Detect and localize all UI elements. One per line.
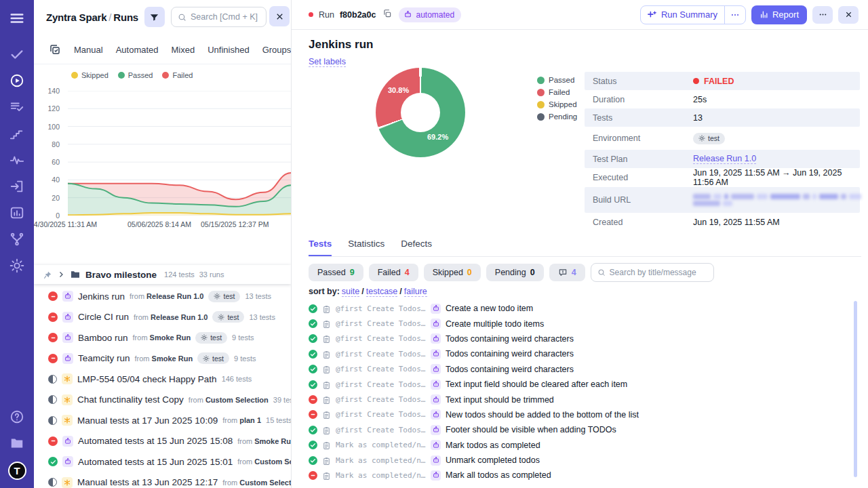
runs-search[interactable] (171, 7, 267, 27)
legend-item: Failed (162, 71, 193, 79)
app: T Zyntra Spark/Runs ManualAutomatedMixed… (0, 0, 868, 488)
group-name: Bravo milestone (85, 270, 157, 280)
filter-button[interactable] (144, 7, 165, 27)
tab-unfinished[interactable]: Unfinished (208, 45, 249, 55)
tab-statistics[interactable]: Statistics (348, 239, 384, 256)
sidebar-item-fork-icon[interactable] (9, 232, 24, 247)
tab-tests[interactable]: Tests (309, 239, 332, 256)
sidebar-item-list-check-icon[interactable] (9, 100, 24, 115)
tab-automated[interactable]: Automated (116, 45, 159, 55)
sidebar-item-check-icon[interactable] (9, 47, 24, 62)
area-plot (68, 91, 292, 216)
tab-groups[interactable]: Groups (262, 45, 292, 55)
test-list-item[interactable]: Mark as completed/n…Mark todos as comple… (309, 438, 848, 453)
run-list-item[interactable]: Automated tests at 15 Jun 2025 15:01from… (34, 451, 291, 472)
sidebar-item-sign-in-icon[interactable] (9, 179, 24, 194)
tab-mixed[interactable]: Mixed (172, 45, 195, 55)
failed-icon (309, 395, 317, 404)
run-list-item[interactable]: Jenkins runfrom Release Run 1.0test13 te… (34, 286, 291, 307)
test-list-item[interactable]: @first Create Todos…Todos containing wei… (309, 362, 848, 377)
tab-manual[interactable]: Manual (74, 45, 103, 55)
run-summary-more-button[interactable] (725, 10, 745, 20)
run-group-row[interactable]: Bravo milestone 124 tests 33 runs (34, 265, 291, 284)
select-all-icon[interactable] (49, 43, 61, 56)
filter-failed[interactable]: Failed 4 (369, 264, 418, 281)
test-list-item[interactable]: @first Create Todos…Text input should be… (309, 392, 848, 407)
run-title: Teamcity run (78, 353, 130, 363)
y-tick-label: 60 (52, 158, 60, 166)
sort-by-testcase[interactable]: testcase (366, 287, 398, 297)
test-list-item[interactable]: @first Create Todos…Text input field sho… (309, 377, 848, 392)
sidebar-item-folder-icon[interactable] (9, 436, 24, 451)
close-detail-button[interactable] (838, 6, 859, 24)
sidebar-item-pulse-icon[interactable] (9, 152, 24, 167)
in-progress-icon (48, 375, 57, 384)
test-plan-link[interactable]: Release Run 1.0 (693, 154, 756, 164)
run-from: from Custom Selection (222, 479, 291, 487)
sidebar-item-help-icon[interactable] (9, 409, 24, 424)
runs-list: Jenkins runfrom Release Run 1.0test13 te… (34, 286, 291, 488)
test-list-item[interactable]: @first Create Todos…Create multiple todo… (309, 316, 848, 331)
donut-legend-item: Passed (537, 76, 577, 84)
filter-comments[interactable]: 4 (549, 264, 585, 281)
filter-skipped[interactable]: Skipped 0 (424, 264, 481, 281)
tests-search-input[interactable] (610, 268, 707, 277)
automated-run-icon (431, 304, 441, 314)
run-list-item[interactable]: Circle CI runfrom Release Run 1.0test13 … (34, 307, 291, 328)
run-title: Manual tests at 13 Jun 2025 12:17 (77, 477, 218, 487)
run-list-item[interactable]: Chat functinality test Copyfrom Custom S… (34, 390, 291, 411)
tests-search[interactable] (591, 263, 714, 282)
test-list-item[interactable]: Mark as completed/n…Unmark completed tod… (309, 453, 848, 468)
sidebar-item-gear-icon[interactable] (9, 258, 24, 273)
run-list-item[interactable]: Teamcity runfrom Smoke Runtest9 tests (34, 348, 291, 369)
donut-passed-label: 69.2% (427, 133, 448, 141)
manual-run-icon (62, 394, 73, 405)
test-title: Unmark completed todos (446, 455, 540, 465)
automated-badge[interactable]: automated (399, 7, 461, 22)
run-list-item[interactable]: Automated tests at 15 Jun 2025 15:08from… (34, 431, 291, 452)
nav-rail: T (0, 0, 34, 488)
tests-scrollbar[interactable] (854, 301, 857, 477)
filter-pending[interactable]: Pending 0 (486, 264, 544, 281)
test-title: Todos containing weird characters (446, 334, 574, 344)
project-name[interactable]: Zyntra Spark (46, 12, 106, 23)
detail-label: Created (593, 218, 693, 227)
brand-logo[interactable]: T (8, 462, 26, 480)
passed-icon (309, 319, 317, 328)
close-panel-button[interactable] (269, 6, 290, 26)
sort-by-failure[interactable]: failure (404, 287, 427, 297)
sort-by-suite[interactable]: suite (342, 287, 359, 297)
report-button[interactable]: Report (751, 5, 807, 24)
test-list-item[interactable]: @first Create Todos…New todos should be … (309, 407, 848, 422)
tab-defects[interactable]: Defects (401, 239, 432, 256)
filter-passed[interactable]: Passed 9 (309, 264, 363, 281)
sidebar-item-play-circle-icon[interactable] (9, 73, 24, 88)
detail-label: Build URL (593, 195, 693, 205)
set-labels-link[interactable]: Set labels (309, 57, 346, 67)
legend-dot (537, 101, 545, 108)
run-list-item[interactable]: Manual tests at 17 Jun 2025 10:09from pl… (34, 410, 291, 431)
environment-badge: test (197, 352, 229, 364)
more-actions-button[interactable] (812, 6, 833, 24)
donut-legend: PassedFailedSkippedPending (537, 76, 577, 125)
sidebar-item-bar-chart-box-icon[interactable] (9, 205, 24, 220)
sidebar-item-stairs-icon[interactable] (9, 126, 24, 141)
test-list-item[interactable]: @first Create Todos…Create a new todo it… (309, 301, 848, 316)
passed-icon (309, 350, 317, 359)
sidebar-item-menu-icon[interactable] (9, 11, 24, 26)
folder-icon (70, 269, 81, 280)
test-list-item[interactable]: @first Create Todos…Footer should be vis… (309, 422, 848, 437)
sort-separator: / (399, 287, 401, 296)
chevron-right-icon[interactable] (57, 270, 65, 279)
run-list-item[interactable]: LMP-554 05/04 check Happy Path146 tests (34, 369, 291, 390)
run-list-item[interactable]: Manual tests at 13 Jun 2025 12:17from Cu… (34, 472, 291, 488)
test-list-item[interactable]: Mark as completed/n…Mark all todos as co… (309, 468, 848, 483)
test-list-item[interactable]: @first Create Todos…Todos containing wei… (309, 346, 848, 361)
test-list-item[interactable]: @first Create Todos…Todos containing wei… (309, 331, 848, 346)
run-summary-button[interactable]: Run Summary (641, 9, 724, 20)
run-summary-label: Run Summary (661, 9, 717, 20)
runs-search-input[interactable] (191, 12, 260, 22)
copy-run-id-button[interactable] (381, 9, 393, 21)
report-label: Report (772, 9, 799, 20)
run-list-item[interactable]: Bamboo runfrom Smoke Runtest9 tests (34, 327, 291, 348)
